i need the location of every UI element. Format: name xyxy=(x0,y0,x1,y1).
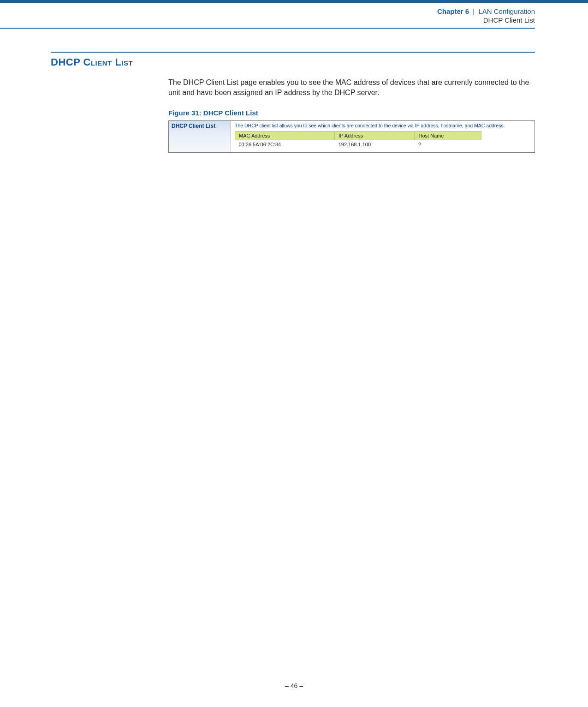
page-footer: – 46 – xyxy=(0,682,588,689)
chapter-line: Chapter 6 | LAN Configuration xyxy=(0,7,535,15)
screenshot-sidebar: DHCP Client List xyxy=(169,121,231,152)
col-host-header: Host Name xyxy=(415,132,481,140)
col-mac-header: MAC Address xyxy=(235,132,335,140)
section-heading: DHCP Client List xyxy=(51,56,535,68)
dhcp-client-table: MAC Address IP Address Host Name 00:26:5… xyxy=(235,131,481,149)
table-row: 00:26:5A:06:2C:84 192.168.1.100 ? xyxy=(235,140,481,149)
cell-mac: 00:26:5A:06:2C:84 xyxy=(235,140,335,149)
page-header: Chapter 6 | LAN Configuration DHCP Clien… xyxy=(0,3,588,28)
figure-screenshot: DHCP Client List The DHCP client list al… xyxy=(168,120,535,153)
content-area: DHCP Client List The DHCP Client List pa… xyxy=(0,29,588,153)
section-rule xyxy=(51,52,535,53)
col-ip-header: IP Address xyxy=(335,132,415,140)
screenshot-sidebar-title: DHCP Client List xyxy=(172,123,228,129)
cell-host: ? xyxy=(415,140,481,149)
screenshot-description: The DHCP client list allows you to see w… xyxy=(235,123,531,128)
chapter-title: LAN Configuration xyxy=(478,7,535,15)
chapter-separator: | xyxy=(473,7,475,15)
section-body: The DHCP Client List page enables you to… xyxy=(168,78,535,97)
chapter-subsection: DHCP Client List xyxy=(0,16,535,24)
chapter-label: Chapter 6 xyxy=(437,7,469,15)
cell-ip: 192.168.1.100 xyxy=(335,140,415,149)
screenshot-main: The DHCP client list allows you to see w… xyxy=(231,121,535,152)
table-header-row: MAC Address IP Address Host Name xyxy=(235,132,481,140)
figure-caption: Figure 31: DHCP Client List xyxy=(168,109,535,117)
